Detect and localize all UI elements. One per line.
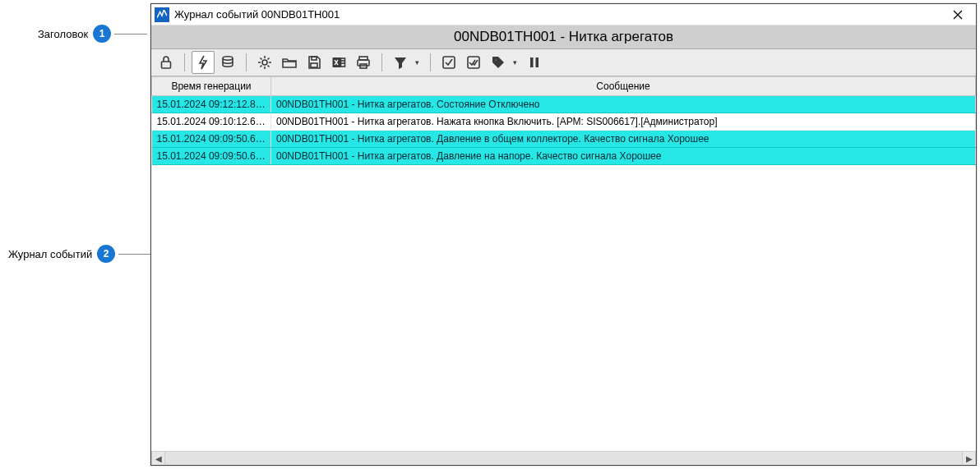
scroll-track[interactable] [165,452,962,465]
callout-badge: 2 [97,245,115,263]
filter-dropdown[interactable]: ▾ [412,58,422,67]
table-row[interactable]: 15.01.2024 09:12:12.87500NDB01TH001 - Ни… [152,96,976,113]
svg-point-16 [495,59,497,62]
callout-badge: 1 [93,25,111,43]
cell-message: 00NDB01TH001 - Нитка агрегатов. Состояни… [271,96,976,113]
separator [184,53,185,71]
export-excel-button[interactable] [327,51,350,74]
pause-button[interactable] [523,51,546,74]
svg-point-4 [262,60,267,65]
scroll-right-arrow[interactable]: ▶ [962,452,976,465]
event-log-window: Журнал событий 00NDB01TH001 00NDB01TH001… [150,3,977,466]
tag-button[interactable] [487,51,510,74]
titlebar: Журнал событий 00NDB01TH001 [151,4,976,25]
svg-rect-14 [443,57,455,68]
close-button[interactable] [943,4,973,25]
callout-label: Заголовок [38,28,88,40]
svg-rect-2 [162,62,171,68]
cell-message: 00NDB01TH001 - Нитка агрегатов. Давление… [271,131,976,148]
svg-rect-6 [311,63,317,67]
callout-line [118,254,151,255]
cell-time: 15.01.2024 09:09:50.618 [152,148,271,165]
svg-point-3 [223,57,233,60]
cell-time: 15.01.2024 09:09:50.618 [152,131,271,148]
table-row[interactable]: 15.01.2024 09:09:50.61800NDB01TH001 - Ни… [152,131,976,148]
svg-rect-17 [530,57,534,67]
callout-label: Журнал событий [8,248,92,260]
save-button[interactable] [303,51,326,74]
print-button[interactable] [352,51,375,74]
cell-time: 15.01.2024 09:12:12.875 [152,96,271,113]
table-row[interactable]: 15.01.2024 09:10:12.69800NDB01TH001 - Ни… [152,113,976,131]
page-header: 00NDB01TH001 - Нитка агрегатов [151,25,976,49]
separator [246,53,247,71]
app-icon [155,7,169,22]
scroll-left-arrow[interactable]: ◀ [151,452,165,465]
horizontal-scrollbar[interactable]: ◀ ▶ [151,451,976,465]
cell-time: 15.01.2024 09:10:12.698 [152,113,271,131]
svg-rect-12 [358,60,369,66]
lock-button[interactable] [155,51,178,74]
filter-button[interactable] [389,51,412,74]
event-table: Время генерации Сообщение 15.01.2024 09:… [151,76,976,165]
event-table-wrap: Время генерации Сообщение 15.01.2024 09:… [151,76,976,451]
col-header-message[interactable]: Сообщение [271,77,976,96]
cell-message: 00NDB01TH001 - Нитка агрегатов. Давление… [271,148,976,165]
events-button[interactable] [192,51,215,74]
cell-message: 00NDB01TH001 - Нитка агрегатов. Нажата к… [271,113,976,131]
svg-rect-8 [341,58,345,67]
tag-dropdown[interactable]: ▾ [510,58,520,67]
ack-all-button[interactable] [462,51,485,74]
callout-line [114,34,147,34]
table-row[interactable]: 15.01.2024 09:09:50.61800NDB01TH001 - Ни… [152,148,976,165]
toolbar: ▾ ▾ [151,49,976,76]
table-header-row: Время генерации Сообщение [152,77,976,96]
separator [430,53,431,71]
ack-button[interactable] [437,51,460,74]
col-header-time[interactable]: Время генерации [152,77,271,96]
table-empty-area [151,165,976,451]
separator [381,53,382,71]
svg-rect-5 [312,57,317,60]
open-folder-button[interactable] [278,51,301,74]
window-title: Журнал событий 00NDB01TH001 [174,8,943,21]
svg-rect-18 [536,57,539,67]
database-button[interactable] [216,51,239,74]
settings-button[interactable] [253,51,276,74]
